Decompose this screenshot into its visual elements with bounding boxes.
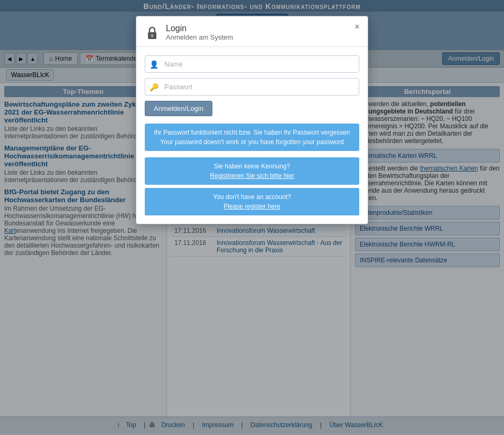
svg-rect-1 (151, 34, 153, 37)
alert-register-action-de[interactable]: Registrieren Sie sich bitte hier (151, 171, 353, 181)
modal-overlay: Login Anmelden am System × 👤 🔑 Anmelden/… (0, 0, 504, 435)
modal-close-btn[interactable]: × (352, 22, 362, 32)
login-modal: Login Anmelden am System × 👤 🔑 Anmelden/… (136, 16, 368, 224)
name-input-row: 👤 (145, 55, 359, 73)
person-icon: 👤 (145, 60, 162, 69)
alert-register-row: Sie haben keine Kennung? Registrieren Si… (145, 157, 359, 185)
alert-password-row: Ihr Passwort funktioniert nicht bzw. Sie… (145, 124, 359, 151)
alert-register-en: You don't have an account? (151, 192, 353, 202)
alert-register-en-row: You don't have an account? Please regist… (145, 188, 359, 215)
key-icon: 🔑 (145, 83, 162, 91)
password-input[interactable] (162, 79, 359, 95)
alert-register-action-en[interactable]: Please register here (151, 202, 353, 211)
name-input[interactable] (162, 56, 359, 72)
login-submit-btn[interactable]: Anmelden/Login (145, 101, 212, 116)
alert-register-de: Sie haben keine Kennung? (151, 162, 353, 171)
alert-password-de: Ihr Passwort funktioniert nicht bzw. Sie… (151, 128, 353, 137)
lock-icon (145, 25, 160, 40)
modal-subtitle: Anmelden am System (166, 33, 359, 41)
password-input-row: 🔑 (145, 78, 359, 96)
modal-header: Login Anmelden am System × (136, 16, 368, 47)
modal-body: 👤 🔑 Anmelden/Login Ihr Passwort funktion… (136, 47, 368, 224)
modal-title: Login (166, 24, 359, 33)
alert-password-en: Your password doesn't work or you have f… (151, 137, 353, 147)
